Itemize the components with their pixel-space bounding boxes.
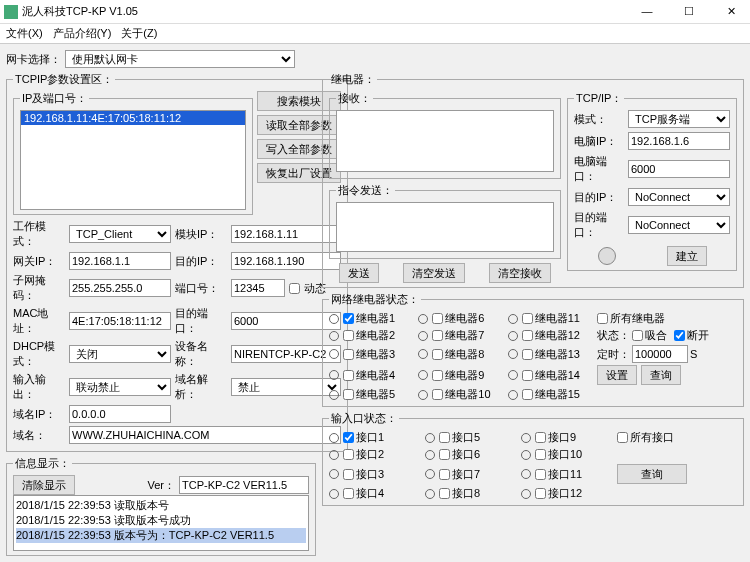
radio-icon (329, 331, 339, 341)
relay2-checkbox[interactable] (343, 330, 354, 341)
on-checkbox[interactable] (632, 330, 643, 341)
cmd-textarea[interactable] (336, 202, 554, 252)
io12-checkbox[interactable] (535, 488, 546, 499)
radio-icon (329, 469, 339, 479)
menu-about[interactable]: 关于(Z) (121, 26, 157, 41)
radio-icon (329, 370, 339, 380)
io2-checkbox[interactable] (343, 449, 354, 460)
radio-icon (418, 314, 428, 324)
info-legend: 信息显示： (13, 456, 72, 471)
dhcp-label: DHCP模式： (13, 339, 65, 369)
radio-icon (418, 331, 428, 341)
io11-checkbox[interactable] (535, 469, 546, 480)
relay8-checkbox[interactable] (432, 349, 443, 360)
radio-icon (425, 450, 435, 460)
io-query-button[interactable]: 查询 (617, 464, 687, 484)
relay9-checkbox[interactable] (432, 370, 443, 381)
dynamic-checkbox[interactable] (289, 283, 300, 294)
relay12-checkbox[interactable] (522, 330, 533, 341)
relay5-checkbox[interactable] (343, 389, 354, 400)
io4-checkbox[interactable] (343, 488, 354, 499)
port-input[interactable] (231, 279, 285, 297)
relay10-checkbox[interactable] (432, 389, 443, 400)
relay11-checkbox[interactable] (522, 313, 533, 324)
pcport-input[interactable] (628, 160, 730, 178)
relay15-checkbox[interactable] (522, 389, 533, 400)
pcport-label: 电脑端口： (574, 154, 624, 184)
io8-checkbox[interactable] (439, 488, 450, 499)
ip-listbox[interactable]: 192.168.1.11:4E:17:05:18:11:12 (20, 110, 246, 210)
radio-icon (329, 314, 339, 324)
nic-select[interactable]: 使用默认网卡 (65, 50, 295, 68)
relay3-checkbox[interactable] (343, 349, 354, 360)
dhcp-select[interactable]: 关闭 (69, 345, 171, 363)
log-line: 2018/1/15 22:39:53 读取版本号 (16, 498, 306, 513)
dip2-label: 目的IP： (574, 190, 624, 205)
relay13-checkbox[interactable] (522, 349, 533, 360)
menu-file[interactable]: 文件(X) (6, 26, 43, 41)
build-button[interactable]: 建立 (667, 246, 707, 266)
all-io-checkbox[interactable] (617, 432, 628, 443)
mask-label: 子网掩码： (13, 273, 65, 303)
ip-list-item[interactable]: 192.168.1.11:4E:17:05:18:11:12 (21, 111, 245, 125)
radio-icon (425, 489, 435, 499)
mac-label: MAC地址： (13, 306, 65, 336)
pcip-input[interactable] (628, 132, 730, 150)
io5-checkbox[interactable] (439, 432, 450, 443)
radio-icon (508, 349, 518, 359)
relay-query-button[interactable]: 查询 (641, 365, 681, 385)
mac-input[interactable] (69, 312, 171, 330)
io9-checkbox[interactable] (535, 432, 546, 443)
io3-checkbox[interactable] (343, 469, 354, 480)
ver-input[interactable] (179, 476, 309, 494)
domain-ip-input[interactable] (69, 405, 171, 423)
minimize-button[interactable]: — (632, 5, 662, 18)
radio-icon (508, 370, 518, 380)
clear-send-button[interactable]: 清空发送 (403, 263, 465, 283)
relay4-checkbox[interactable] (343, 370, 354, 381)
all-relay-checkbox[interactable] (597, 313, 608, 324)
clear-log-button[interactable]: 清除显示 (13, 475, 75, 495)
port-label: 端口号： (175, 281, 227, 296)
io7-checkbox[interactable] (439, 469, 450, 480)
window-title: 泥人科技TCP-KP V1.05 (22, 4, 632, 19)
radio-icon (418, 349, 428, 359)
mode-select[interactable]: TCP服务端 (628, 110, 730, 128)
radio-icon (329, 489, 339, 499)
maximize-button[interactable]: ☐ (674, 5, 704, 18)
relay1-checkbox[interactable] (343, 313, 354, 324)
off-checkbox[interactable] (674, 330, 685, 341)
mask-input[interactable] (69, 279, 171, 297)
send-button[interactable]: 发送 (339, 263, 379, 283)
io10-checkbox[interactable] (535, 449, 546, 460)
gateway-input[interactable] (69, 252, 171, 270)
menu-intro[interactable]: 产品介绍(Y) (53, 26, 112, 41)
dport2-label: 目的端口： (574, 210, 624, 240)
log-box[interactable]: 2018/1/15 22:39:53 读取版本号 2018/1/15 22:39… (13, 495, 309, 551)
workmode-select[interactable]: TCP_Client (69, 225, 171, 243)
set-button[interactable]: 设置 (597, 365, 637, 385)
domain-input[interactable] (69, 426, 341, 444)
timer-input[interactable] (632, 345, 688, 363)
io6-checkbox[interactable] (439, 449, 450, 460)
radio-icon (521, 489, 531, 499)
recv-legend: 接收： (336, 91, 373, 106)
dip-select[interactable]: NoConnect (628, 188, 730, 206)
radio-icon (508, 390, 518, 400)
relay7-checkbox[interactable] (432, 330, 443, 341)
recv-textarea[interactable] (336, 110, 554, 172)
dstport-label: 目的端口： (175, 306, 227, 336)
pcip-label: 电脑IP： (574, 134, 624, 149)
log-line: 2018/1/15 22:39:53 读取版本号成功 (16, 513, 306, 528)
iplist-legend: IP及端口号： (20, 91, 89, 106)
dport-select[interactable]: NoConnect (628, 216, 730, 234)
io-select[interactable]: 联动禁止 (69, 378, 171, 396)
relay6-checkbox[interactable] (432, 313, 443, 324)
radio-icon (329, 349, 339, 359)
clear-recv-button[interactable]: 清空接收 (489, 263, 551, 283)
relay14-checkbox[interactable] (522, 370, 533, 381)
radio-icon (521, 469, 531, 479)
io1-checkbox[interactable] (343, 432, 354, 443)
tcpip-param-legend: TCPIP参数设置区： (13, 72, 115, 87)
close-button[interactable]: ✕ (716, 5, 746, 18)
